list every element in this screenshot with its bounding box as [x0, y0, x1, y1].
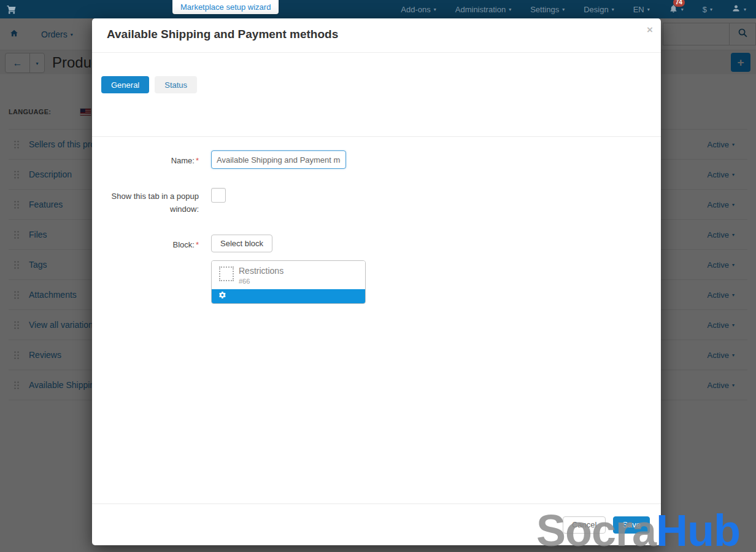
currency-symbol: $: [703, 5, 707, 14]
close-icon[interactable]: ×: [647, 24, 653, 36]
cart-icon[interactable]: [6, 4, 17, 17]
select-block-button[interactable]: Select block: [211, 235, 272, 252]
block-name: Restrictions: [239, 266, 284, 276]
topbar-menu-en[interactable]: EN▾: [633, 5, 650, 14]
notifications-menu[interactable]: 74 ▾: [669, 4, 684, 15]
topbar-menu-label: Add-ons: [401, 5, 430, 14]
block-label-text: Block:: [173, 240, 195, 249]
tab-general[interactable]: General: [101, 76, 149, 93]
block-field-row: Block:* Select block: [92, 235, 661, 252]
tab-properties-form: Name:* Show this tab in a popup window: …: [92, 150, 661, 304]
modal-tabs: GeneralStatus: [101, 76, 197, 93]
save-button[interactable]: Save: [613, 516, 650, 534]
chevron-down-icon: ▾: [647, 7, 650, 12]
topbar-menu-label: Settings: [530, 5, 559, 14]
selected-block-widget: Restrictions #66: [211, 260, 366, 304]
topbar-menu-design[interactable]: Design▾: [584, 5, 614, 14]
chevron-down-icon: ▾: [562, 7, 565, 12]
chevron-down-icon: ▾: [710, 7, 712, 12]
topbar-menu-label: Administration: [455, 5, 506, 14]
name-label-text: Name:: [171, 156, 195, 165]
topbar-menu-label: EN: [633, 5, 644, 14]
chevron-down-icon: ▾: [681, 7, 684, 12]
block-placeholder-icon: [219, 266, 234, 281]
admin-topbar: Marketplace setup wizard Add-ons▾Adminis…: [0, 0, 756, 18]
cancel-button[interactable]: Cancel: [563, 516, 606, 534]
required-asterisk: *: [196, 156, 199, 165]
topbar-menu-administration[interactable]: Administration▾: [455, 5, 511, 14]
marketplace-setup-wizard-button[interactable]: Marketplace setup wizard: [172, 0, 279, 14]
popup-field-label: Show this tab in a popup window:: [92, 186, 199, 216]
shipping-payment-modal: Available Shipping and Payment methods ×…: [92, 18, 661, 545]
modal-title: Available Shipping and Payment methods: [107, 28, 338, 41]
topbar-menu-settings[interactable]: Settings▾: [530, 5, 565, 14]
tabs-divider: [92, 136, 661, 137]
topbar-menu-label: Design: [584, 5, 608, 14]
chevron-down-icon: ▾: [434, 7, 436, 12]
popup-checkbox[interactable]: [211, 188, 226, 203]
currency-menu[interactable]: $ ▾: [703, 5, 712, 14]
notification-count-badge: 74: [673, 0, 685, 7]
modal-header: Available Shipping and Payment methods ×: [92, 18, 661, 53]
selected-block-info: Restrictions #66: [212, 261, 365, 289]
gear-icon: [218, 290, 226, 301]
tab-status[interactable]: Status: [155, 76, 197, 93]
user-icon: [731, 4, 741, 15]
topbar-menus: Add-ons▾Administration▾Settings▾Design▾E…: [401, 0, 746, 18]
name-input[interactable]: [211, 150, 346, 169]
name-field-label: Name:*: [92, 150, 199, 167]
block-id: #66: [239, 278, 284, 285]
topbar-menu-add-ons[interactable]: Add-ons▾: [401, 5, 436, 14]
chevron-down-icon: ▾: [612, 7, 614, 12]
block-settings-bar[interactable]: [212, 289, 365, 303]
modal-body: GeneralStatus Name:* Show this tab in a …: [92, 53, 661, 503]
modal-footer: Cancel Save: [92, 503, 661, 545]
popup-field-row: Show this tab in a popup window:: [92, 186, 661, 216]
name-field-row: Name:*: [92, 150, 661, 169]
chevron-down-icon: ▾: [744, 7, 746, 12]
required-asterisk: *: [196, 240, 199, 249]
block-field-label: Block:*: [92, 235, 199, 251]
user-menu[interactable]: ▾: [731, 4, 746, 15]
chevron-down-icon: ▾: [509, 7, 511, 12]
